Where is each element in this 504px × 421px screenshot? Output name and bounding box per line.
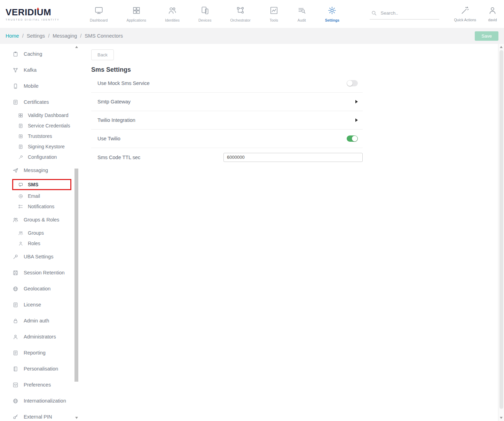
- sidebar-item-geolocation[interactable]: Geolocation: [5, 281, 79, 297]
- sidebar-item-label: UBA Settings: [24, 254, 53, 259]
- smtp-gateway-expand-icon[interactable]: [355, 100, 358, 103]
- dashboard-icon: [94, 6, 103, 15]
- quick-actions-button[interactable]: Quick Actions: [454, 6, 476, 22]
- audit-icon: [297, 6, 306, 15]
- sidebar-item-caching[interactable]: Caching: [5, 46, 79, 62]
- sidebar-item-label: License: [24, 302, 41, 307]
- user-menu[interactable]: david: [488, 6, 497, 22]
- user-name: david: [488, 18, 497, 22]
- content-area: Caching Kafka Mobile Certificates Validi…: [0, 44, 504, 421]
- twilio-integration-expand-icon[interactable]: [355, 118, 358, 122]
- scroll-down-arrow-icon[interactable]: [500, 417, 503, 419]
- nav-label: Applications: [126, 18, 146, 22]
- sidebar-item-kafka[interactable]: Kafka: [5, 62, 79, 78]
- roles-icon: [18, 241, 23, 246]
- nav-item-identities[interactable]: Identities: [165, 6, 180, 22]
- nav-item-orchestrator[interactable]: Orchestrator: [230, 6, 250, 22]
- use-twilio-toggle[interactable]: [347, 135, 358, 142]
- nav-item-devices[interactable]: Devices: [198, 6, 211, 22]
- page-scrollbar-thumb[interactable]: [499, 50, 503, 409]
- nav-item-tools[interactable]: Tools: [269, 6, 278, 22]
- sidebar-item-personalisation[interactable]: Personalisation: [5, 361, 79, 377]
- sidebar-item-notifications[interactable]: Notifications: [5, 201, 79, 212]
- sidebar-item-label: Validity Dashboard: [28, 112, 68, 118]
- breadcrumb-settings[interactable]: Settings: [27, 33, 45, 39]
- sidebar-item-label: Mobile: [24, 83, 39, 89]
- geolocation-icon: [13, 286, 18, 292]
- nav-item-audit[interactable]: Audit: [297, 6, 306, 22]
- sidebar-item-service-credentials[interactable]: Service Credentials: [5, 120, 79, 131]
- caching-icon: [13, 51, 18, 57]
- setting-row-twilio-integration[interactable]: Twilio Integration: [91, 111, 363, 130]
- search-box: [370, 9, 439, 20]
- save-button[interactable]: Save: [475, 31, 498, 41]
- setting-label: Smtp Gateway: [97, 99, 131, 104]
- nav-label: Identities: [165, 18, 180, 22]
- sidebar-item-session-retention[interactable]: Session Retention: [5, 265, 79, 281]
- breadcrumb-sms-connectors: SMS Connectors: [85, 33, 123, 39]
- nav-item-applications[interactable]: Applications: [126, 6, 146, 22]
- scroll-down-arrow-icon[interactable]: [75, 417, 78, 419]
- sidebar-item-groups[interactable]: Groups: [5, 228, 79, 238]
- sidebar-item-label: Admin auth: [24, 318, 49, 323]
- scroll-up-arrow-icon[interactable]: [500, 46, 503, 48]
- sidebar-item-administrators[interactable]: Administrators: [5, 329, 79, 345]
- sidebar-item-sms-selected[interactable]: SMS: [12, 179, 71, 190]
- search-icon[interactable]: [371, 10, 377, 16]
- messaging-icon: [13, 167, 18, 173]
- mobile-icon: [13, 83, 18, 89]
- configuration-icon: [18, 155, 23, 160]
- sms-code-ttl-input[interactable]: [223, 153, 363, 162]
- sidebar-item-label: Personalisation: [24, 366, 58, 372]
- page-scrollbar[interactable]: [498, 44, 504, 421]
- sidebar-item-label: Messaging: [24, 167, 48, 173]
- sidebar-item-signing-keystore[interactable]: Signing Keystore: [5, 141, 79, 152]
- nav-label: Orchestrator: [230, 18, 250, 22]
- scroll-up-arrow-icon[interactable]: [75, 46, 78, 48]
- applications-icon: [132, 6, 141, 15]
- sidebar-item-license[interactable]: License: [5, 297, 79, 313]
- sidebar-item-external-pin[interactable]: External PIN: [5, 409, 79, 421]
- sidebar-item-validity-dashboard[interactable]: Validity Dashboard: [5, 110, 79, 120]
- sidebar-item-label: Caching: [24, 51, 42, 57]
- search-input[interactable]: [380, 10, 433, 16]
- license-icon: [13, 302, 18, 308]
- sidebar-item-internationalization[interactable]: Internationalization: [5, 393, 79, 409]
- sidebar-item-truststores[interactable]: Truststores: [5, 131, 79, 141]
- back-button[interactable]: Back: [91, 49, 114, 60]
- session-retention-icon: [13, 270, 18, 276]
- sidebar-item-roles[interactable]: Roles: [5, 238, 79, 249]
- nav-label: Audit: [298, 18, 306, 22]
- sidebar-item-configuration[interactable]: Configuration: [5, 152, 79, 162]
- setting-label: Sms Code TTL sec: [97, 155, 140, 160]
- sidebar-item-uba-settings[interactable]: UBA Settings: [5, 249, 79, 265]
- nav-label: Settings: [325, 18, 339, 22]
- sidebar-item-label: Truststores: [28, 133, 52, 139]
- breadcrumb-messaging[interactable]: Messaging: [53, 33, 77, 39]
- sidebar-item-label: Roles: [28, 241, 40, 246]
- setting-label: Use Twilio: [97, 136, 120, 141]
- sidebar-item-preferences[interactable]: Preferences: [5, 377, 79, 393]
- use-mock-sms-toggle[interactable]: [347, 80, 358, 86]
- sidebar-scrollbar-thumb[interactable]: [74, 169, 78, 382]
- sidebar-item-label: Reporting: [24, 350, 46, 356]
- nav-label: Dashboard: [90, 18, 108, 22]
- breadcrumb-home[interactable]: Home: [6, 33, 19, 39]
- nav-item-settings[interactable]: Settings: [325, 6, 339, 22]
- sidebar-item-mobile[interactable]: Mobile: [5, 78, 79, 94]
- main-nav: Dashboard Applications Identities Device…: [90, 6, 339, 22]
- logo-subtitle: TRUSTED DIGITAL IDENTITY: [6, 18, 72, 21]
- nav-item-dashboard[interactable]: Dashboard: [90, 6, 108, 22]
- setting-label: Twilio Integration: [97, 117, 135, 123]
- sidebar-item-admin-auth[interactable]: Admin auth: [5, 313, 79, 329]
- setting-row-smtp-gateway[interactable]: Smtp Gateway: [91, 93, 363, 111]
- quick-actions-label: Quick Actions: [454, 18, 476, 22]
- sidebar-item-email[interactable]: Email: [5, 191, 79, 201]
- sidebar-item-certificates[interactable]: Certificates: [5, 94, 79, 110]
- admin-auth-icon: [13, 318, 18, 324]
- sidebar-scrollbar[interactable]: [74, 44, 79, 421]
- sidebar-item-groups-roles[interactable]: Groups & Roles: [5, 212, 79, 228]
- sidebar-item-messaging[interactable]: Messaging: [5, 162, 79, 178]
- sidebar-item-reporting[interactable]: Reporting: [5, 345, 79, 361]
- veridium-logo[interactable]: VERIDIUM TRUSTED DIGITAL IDENTITY: [6, 7, 72, 21]
